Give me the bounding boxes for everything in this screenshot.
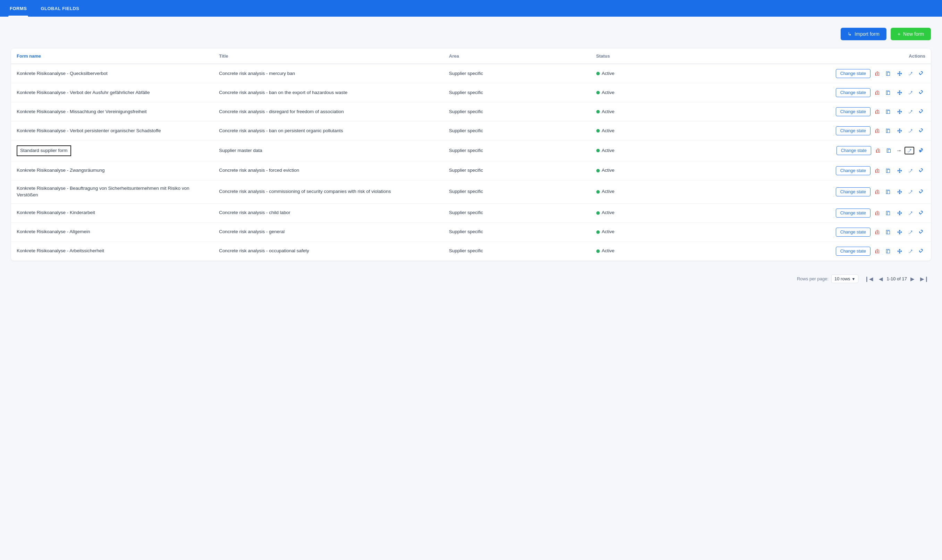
- next-page-button[interactable]: ▶: [908, 274, 917, 283]
- area-cell: Supplier specific: [443, 64, 591, 83]
- link-button[interactable]: [917, 88, 925, 97]
- forms-table-container: Form name Title Area Status Actions: [11, 49, 931, 261]
- change-state-button[interactable]: Change state: [836, 88, 871, 97]
- status-active: Active: [596, 128, 696, 134]
- copy-button[interactable]: [884, 228, 893, 236]
- import-icon: ↳: [848, 31, 852, 37]
- copy-button[interactable]: [884, 188, 893, 196]
- change-state-button[interactable]: Change state: [836, 69, 871, 78]
- first-page-button[interactable]: ❙◀: [862, 274, 875, 283]
- edit-button[interactable]: [907, 209, 914, 217]
- rows-per-page-select[interactable]: 10 rows ▼: [831, 274, 858, 283]
- delete-button[interactable]: [873, 247, 882, 255]
- form-name-cell: Konkrete Risikoanalyse - Beauftragung vo…: [11, 180, 214, 203]
- area-cell: Supplier specific: [443, 102, 591, 122]
- title-cell: Concrete risk analysis - forced eviction: [214, 161, 443, 180]
- move-button[interactable]: [896, 69, 904, 78]
- change-state-button[interactable]: Change state: [836, 166, 871, 175]
- nav-tab-global-fields[interactable]: GLOBAL FIELDS: [39, 0, 80, 17]
- form-name-cell: Konkrete Risikoanalyse - Verbot persiste…: [11, 122, 214, 140]
- move-button[interactable]: [896, 209, 904, 217]
- delete-button[interactable]: [873, 209, 882, 217]
- delete-button[interactable]: [873, 166, 882, 175]
- copy-button[interactable]: [884, 88, 893, 97]
- move-button[interactable]: [896, 108, 904, 116]
- table-row: Standard supplier formSupplier master da…: [11, 140, 931, 162]
- link-button[interactable]: [917, 247, 925, 255]
- actions-container: Change state: [706, 107, 926, 116]
- title-cell: Concrete risk analysis - ban on the expo…: [214, 83, 443, 102]
- edit-button[interactable]: [907, 228, 914, 236]
- edit-button[interactable]: [907, 70, 914, 77]
- status-dot: [596, 129, 600, 132]
- edit-button[interactable]: [907, 248, 914, 255]
- move-button[interactable]: [896, 88, 904, 97]
- edit-button[interactable]: [907, 108, 914, 115]
- status-label: Active: [602, 89, 615, 96]
- link-button[interactable]: [917, 209, 925, 217]
- copy-button[interactable]: [884, 166, 893, 175]
- delete-button[interactable]: [873, 127, 882, 135]
- status-dot: [596, 190, 600, 194]
- copy-button[interactable]: [884, 127, 893, 135]
- arrow-icon: →: [896, 147, 902, 154]
- status-label: Active: [602, 188, 615, 195]
- change-state-button[interactable]: Change state: [836, 146, 871, 155]
- form-name-cell: Konkrete Risikoanalyse - Verbot der Ausf…: [11, 83, 214, 102]
- table-row: Konkrete Risikoanalyse - Verbot persiste…: [11, 122, 931, 140]
- actions-cell: Change state: [701, 242, 931, 261]
- link-button[interactable]: [917, 146, 925, 155]
- title-cell: Concrete risk analysis - occupational sa…: [214, 242, 443, 261]
- status-label: Active: [602, 71, 615, 77]
- change-state-button[interactable]: Change state: [836, 126, 871, 135]
- link-button[interactable]: [917, 69, 925, 78]
- copy-button[interactable]: [885, 146, 893, 155]
- delete-button[interactable]: [873, 228, 882, 236]
- actions-cell: Change state: [701, 180, 931, 203]
- form-name-cell: Konkrete Risikoanalyse - Zwangsräumung: [11, 161, 214, 180]
- edit-button[interactable]: [907, 188, 914, 196]
- move-button[interactable]: [896, 228, 904, 236]
- change-state-button[interactable]: Change state: [836, 188, 871, 196]
- copy-button[interactable]: [884, 108, 893, 116]
- copy-button[interactable]: [884, 209, 893, 217]
- page-info: 1-10 of 17: [887, 276, 907, 282]
- move-button[interactable]: [896, 127, 904, 135]
- delete-button[interactable]: [873, 69, 882, 78]
- import-form-button[interactable]: ↳ Import form: [840, 28, 887, 40]
- move-button[interactable]: [896, 188, 904, 196]
- status-dot: [596, 110, 600, 114]
- change-state-button[interactable]: Change state: [836, 107, 871, 116]
- link-button[interactable]: [917, 188, 925, 196]
- edit-button[interactable]: [907, 167, 914, 174]
- last-page-button[interactable]: ▶❙: [918, 274, 931, 283]
- change-state-button[interactable]: Change state: [836, 209, 871, 217]
- actions-container: Change state: [706, 126, 926, 135]
- title-cell: Concrete risk analysis - mercury ban: [214, 64, 443, 83]
- delete-button[interactable]: [873, 88, 882, 97]
- copy-button[interactable]: [884, 247, 893, 255]
- change-state-button[interactable]: Change state: [836, 228, 871, 237]
- delete-button[interactable]: [874, 146, 882, 155]
- edit-button[interactable]: [905, 147, 914, 154]
- move-button[interactable]: [896, 247, 904, 255]
- change-state-button[interactable]: Change state: [836, 247, 871, 256]
- actions-container: Change state: [706, 69, 926, 78]
- delete-button[interactable]: [873, 188, 882, 196]
- copy-button[interactable]: [884, 69, 893, 78]
- nav-tab-forms[interactable]: FORMS: [8, 0, 28, 17]
- status-label: Active: [602, 229, 615, 235]
- edit-button[interactable]: [907, 127, 914, 135]
- link-button[interactable]: [917, 108, 925, 116]
- link-button[interactable]: [917, 127, 925, 135]
- new-form-button[interactable]: + New form: [891, 28, 931, 40]
- delete-button[interactable]: [873, 108, 882, 116]
- link-button[interactable]: [917, 166, 925, 175]
- table-row: Konkrete Risikoanalyse - AllgemeinConcre…: [11, 222, 931, 242]
- move-button[interactable]: [896, 166, 904, 175]
- edit-button[interactable]: [907, 89, 914, 97]
- link-button[interactable]: [917, 228, 925, 236]
- actions-container: Change state: [706, 188, 926, 196]
- prev-page-button[interactable]: ◀: [877, 274, 885, 283]
- actions-cell: Change state: [701, 64, 931, 83]
